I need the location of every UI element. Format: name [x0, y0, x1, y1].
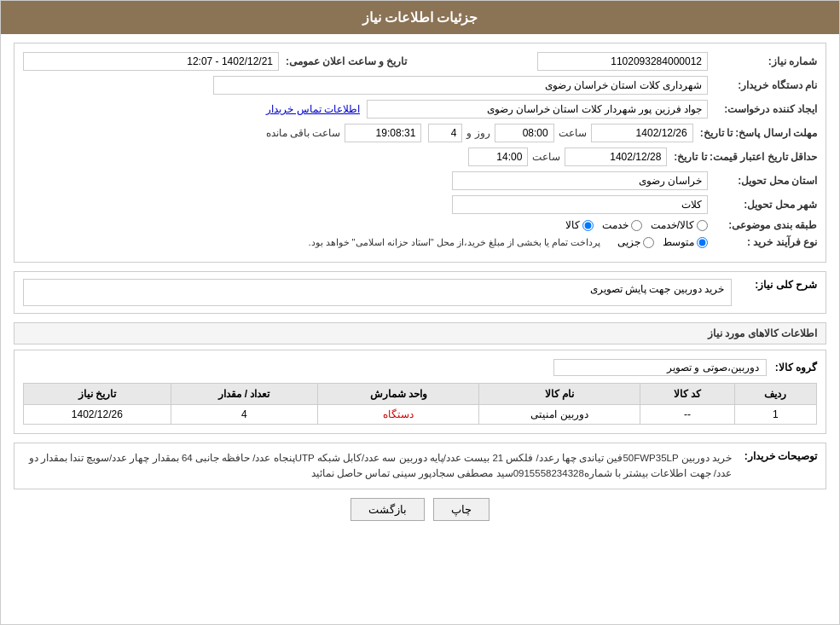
dastgah-row: نام دستگاه خریدار: شهرداری کلات استان خر… — [23, 76, 817, 95]
table-row: 1 -- دوربین امنیتی دستگاه 4 1402/12/26 — [24, 405, 817, 425]
faraying-radio-group: متوسط جزیی — [617, 236, 708, 248]
hadaqal-date: 1402/12/28 — [565, 148, 667, 166]
tabaqe-radio-group: کالا/خدمت خدمت کالا — [565, 219, 708, 231]
hadaqal-saat-label: ساعت — [532, 151, 560, 163]
tabaqe-kala-khedmat-radio[interactable] — [697, 220, 708, 231]
mohlat-roz: 4 — [428, 124, 462, 142]
tabaqe-kala-khedmat-item: کالا/خدمت — [651, 219, 708, 231]
tabaqe-khedmat-label: خدمت — [602, 219, 629, 231]
sharh-value: خرید دوربین جهت پایش تصویری — [23, 279, 732, 306]
ijad-value: جواد فرزین پور شهردار کلات استان خراسان … — [367, 100, 708, 119]
tabaqe-khedmat-item: خدمت — [602, 219, 642, 231]
desc-value: خرید دوربین 50FWP35LPفین تیاندی چها رعدد… — [23, 450, 732, 482]
shahr-label: شهر محل تحویل: — [715, 199, 817, 211]
goods-group-row: گروه کالا: دوربین،صوتی و تصویر — [23, 359, 817, 376]
col-vahed: واحد شمارش — [318, 384, 479, 405]
col-kod: کد کالا — [640, 384, 735, 405]
col-tarikh: تاریخ نیاز — [24, 384, 171, 405]
desc-section: توصیحات خریدار: خرید دوربین 50FWP35LPفین… — [14, 443, 826, 489]
page-title: جزئیات اطلاعات نیاز — [1, 1, 839, 34]
cell-tarikh: 1402/12/26 — [24, 405, 171, 425]
faraying-jazri-label: جزیی — [617, 236, 640, 248]
goods-table-body: 1 -- دوربین امنیتی دستگاه 4 1402/12/26 — [24, 405, 817, 425]
faraying-label: نوع فرآیند خرید : — [715, 236, 817, 248]
shahr-value: کلات — [452, 195, 708, 214]
faraying-row: نوع فرآیند خرید : متوسط جزیی پرداخت تمام… — [23, 236, 817, 248]
tabaqe-kala-khedmat-label: کالا/خدمت — [651, 219, 694, 231]
hadaqal-label: حداقل تاریخ اعتبار قیمت: تا تاریخ: — [674, 151, 817, 163]
niaz-number-row: شماره نیاز: 1102093284000012 تاریخ و ساع… — [23, 52, 817, 71]
tabaqe-label: طبقه بندی موضوعی: — [715, 219, 817, 231]
back-button[interactable]: بازگشت — [350, 498, 425, 521]
ostan-row: استان محل تحویل: خراسان رضوی — [23, 171, 817, 190]
ijad-label: ایجاد کننده درخواست: — [715, 103, 817, 115]
goods-table-header: ردیف کد کالا نام کالا واحد شمارش تعداد /… — [24, 384, 817, 405]
mohlat-row: مهلت ارسال پاسخ: تا تاریخ: 1402/12/26 سا… — [23, 124, 817, 142]
ostan-label: استان محل تحویل: — [715, 175, 817, 187]
sharh-section: شرح کلی نیاز: خرید دوربین جهت پایش تصویر… — [14, 271, 826, 314]
group-value: دوربین،صوتی و تصویر — [553, 359, 767, 376]
saatmande-label: ساعت باقی مانده — [266, 127, 341, 139]
tarikh-value: 1402/12/21 - 12:07 — [23, 52, 279, 71]
cell-kod: -- — [640, 405, 735, 425]
tabaqe-khedmat-radio[interactable] — [631, 220, 642, 231]
mohlat-date: 1402/12/26 — [591, 124, 693, 142]
col-name: نام کالا — [479, 384, 640, 405]
dastgah-label: نام دستگاه خریدار: — [715, 79, 817, 91]
button-row: چاپ بازگشت — [14, 498, 826, 521]
cell-tedad: 4 — [171, 405, 318, 425]
faraying-jazri-item: جزیی — [617, 236, 654, 248]
desc-label: توصیحات خریدار: — [740, 450, 817, 462]
hadaqal-saat: 14:00 — [468, 148, 528, 166]
goods-table: ردیف کد کالا نام کالا واحد شمارش تعداد /… — [23, 383, 817, 425]
saat-label: ساعت — [559, 127, 587, 139]
col-tedad: تعداد / مقدار — [171, 384, 318, 405]
niaz-number-label: شماره نیاز: — [715, 55, 817, 67]
info-section: شماره نیاز: 1102093284000012 تاریخ و ساع… — [14, 43, 826, 263]
print-button[interactable]: چاپ — [433, 498, 490, 521]
goods-title: اطلاعات کالاهای مورد نیاز — [14, 322, 826, 344]
tamas-link[interactable]: اطلاعات تماس خریدار — [266, 103, 360, 115]
faraying-motavasset-item: متوسط — [663, 236, 708, 248]
ostan-value: خراسان رضوی — [452, 171, 708, 190]
col-radif: ردیف — [734, 384, 816, 405]
mohlat-saatmande: 19:08:31 — [345, 124, 421, 142]
tarikh-label: تاریخ و ساعت اعلان عمومی: — [286, 55, 407, 67]
dastgah-value: شهرداری کلات استان خراسان رضوی — [213, 76, 708, 95]
sharh-label: شرح کلی نیاز: — [740, 279, 817, 291]
goods-section: گروه کالا: دوربین،صوتی و تصویر ردیف کد ک… — [14, 350, 826, 434]
tabaqe-row: طبقه بندی موضوعی: کالا/خدمت خدمت کالا — [23, 219, 817, 231]
mohlat-label: مهلت ارسال پاسخ: تا تاریخ: — [700, 127, 817, 139]
shahr-row: شهر محل تحویل: کلات — [23, 195, 817, 214]
roz-label: روز و — [466, 127, 490, 139]
faraying-jazri-radio[interactable] — [643, 237, 654, 248]
hadaqal-row: حداقل تاریخ اعتبار قیمت: تا تاریخ: 1402/… — [23, 148, 817, 166]
ijad-row: ایجاد کننده درخواست: جواد فرزین پور شهرد… — [23, 100, 817, 119]
group-label: گروه کالا: — [775, 362, 817, 373]
tabaqe-kala-label: کالا — [565, 219, 580, 231]
faraying-motavasset-label: متوسط — [663, 236, 694, 248]
tabaqe-kala-item: کالا — [565, 219, 594, 231]
mohlat-saat: 08:00 — [495, 124, 554, 142]
tabaqe-kala-radio[interactable] — [582, 220, 594, 231]
cell-name: دوربین امنیتی — [479, 405, 640, 425]
faraying-note: پرداخت تمام یا بخشی از مبلغ خرید،از محل … — [308, 237, 600, 248]
faraying-motavasset-radio[interactable] — [697, 237, 708, 248]
niaz-number-value: 1102093284000012 — [537, 52, 708, 71]
cell-radif: 1 — [734, 405, 816, 425]
cell-vahed: دستگاه — [318, 405, 479, 425]
